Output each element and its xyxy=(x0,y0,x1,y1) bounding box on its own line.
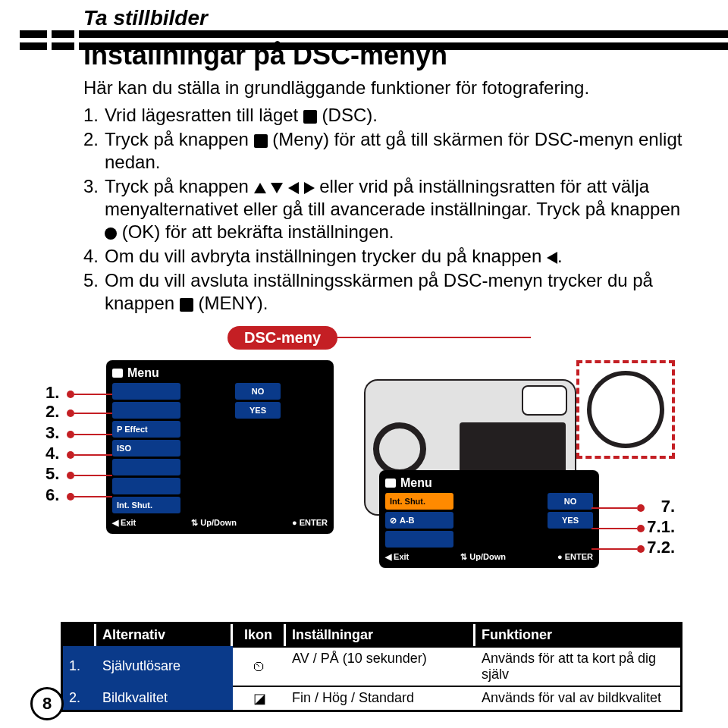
camera-icon xyxy=(385,479,396,488)
main-content: Inställningar på DSC-menyn Här kan du st… xyxy=(83,38,682,316)
right-icon xyxy=(304,182,315,194)
left-icon xyxy=(547,252,557,264)
quality-icon: ◪ xyxy=(253,690,266,707)
camera-icon xyxy=(112,369,123,378)
mode-dial-detail xyxy=(576,360,675,459)
timer-icon: ⏲ xyxy=(253,659,266,675)
section-title: Ta stillbilder xyxy=(83,6,208,30)
down-icon xyxy=(271,183,283,193)
menu-screenshot-2: Menu Int. Shut.NO ⊘A-BYES ◀ Exit ⇅ Up/Do… xyxy=(379,470,599,568)
camera-icon xyxy=(303,110,317,124)
subtitle: Här kan du ställa in grundläggande funkt… xyxy=(83,77,682,99)
up-icon xyxy=(254,183,266,193)
menu-icon xyxy=(180,298,193,312)
dsc-menu-label: DSC-meny xyxy=(228,326,337,350)
main-title: Inställningar på DSC-menyn xyxy=(83,38,682,72)
settings-table: Alternativ Ikon Inställningar Funktioner… xyxy=(61,622,682,712)
menu-screenshot-1: Menu NO YES P Effect ISO Int. Shut. ◀ Ex… xyxy=(106,360,334,534)
menu-icon xyxy=(254,134,268,148)
ok-dot-icon xyxy=(105,228,117,240)
page-number: 8 xyxy=(30,687,64,720)
left-icon xyxy=(288,182,299,194)
diagram: DSC-meny Menu NO YES P Effect ISO Int. S… xyxy=(46,326,682,614)
